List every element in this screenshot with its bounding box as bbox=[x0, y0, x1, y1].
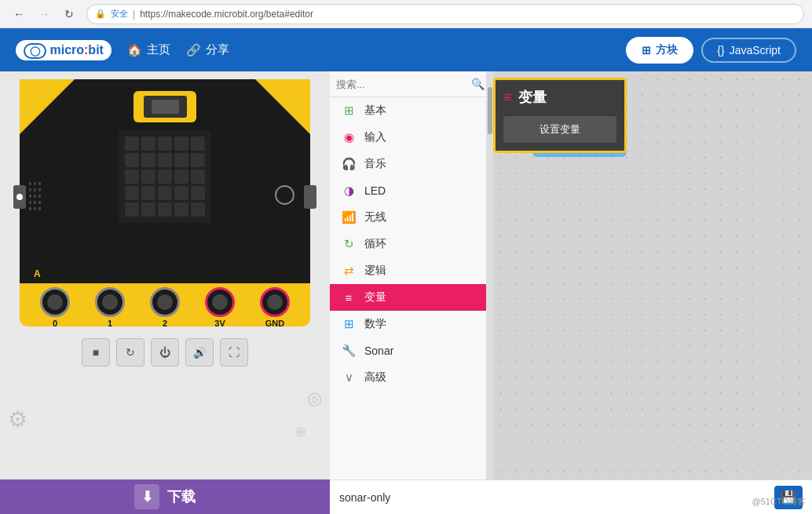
pin-3v[interactable]: 3V bbox=[205, 287, 235, 328]
bottom-area: ⬇ 下载 💾 @51CTO博客 bbox=[0, 479, 812, 514]
blocks-panel: 🔍 ⊞ 基本 ◉ 输入 🎧 音乐 ◑ bbox=[330, 71, 487, 479]
pin-gnd[interactable]: GND bbox=[260, 287, 290, 328]
block-item-input[interactable]: ◉ 输入 bbox=[330, 124, 486, 151]
nav-share[interactable]: 🔗 分享 bbox=[186, 42, 229, 57]
led-icon: ◑ bbox=[341, 184, 357, 198]
radio-label: 无线 bbox=[364, 210, 386, 224]
basic-label: 基本 bbox=[364, 104, 386, 118]
search-input[interactable] bbox=[336, 78, 468, 90]
sim-controls: ■ ↻ ⏻ 🔊 ⛶ bbox=[82, 338, 248, 366]
pin-1[interactable]: 1 bbox=[95, 287, 125, 328]
power-icon: ⏻ bbox=[159, 346, 170, 359]
music-label: 音乐 bbox=[364, 157, 386, 171]
blocks-button[interactable]: ⊞ 方块 bbox=[626, 37, 693, 64]
pin-2-label: 2 bbox=[163, 319, 167, 328]
variables-popup-container: ≡ 变量 设置变量 bbox=[487, 71, 633, 159]
download-button[interactable]: ⬇ 下载 bbox=[0, 479, 330, 514]
block-item-loops[interactable]: ↻ 循环 bbox=[330, 231, 486, 257]
button-a[interactable] bbox=[13, 185, 26, 209]
block-item-variables[interactable]: ≡ 变量 bbox=[330, 284, 486, 311]
pin-0-label: 0 bbox=[53, 319, 57, 328]
forward-button[interactable]: → bbox=[33, 3, 55, 25]
input-label: 输入 bbox=[364, 130, 386, 144]
corner-tl bbox=[20, 79, 75, 134]
lock-icon: 🔒 bbox=[95, 9, 106, 19]
block-item-music[interactable]: 🎧 音乐 bbox=[330, 151, 486, 177]
loops-label: 循环 bbox=[364, 237, 386, 251]
radio-icon: 📶 bbox=[341, 210, 357, 224]
pin-0[interactable]: 0 bbox=[40, 287, 70, 328]
logic-icon: ⇄ bbox=[341, 264, 357, 278]
deco-icon-3: ⊕ bbox=[294, 423, 306, 440]
javascript-button[interactable]: {} JavaScript bbox=[701, 38, 796, 63]
math-label: 数学 bbox=[364, 317, 386, 331]
browser-chrome: ← → ↻ 🔒 安全 | https://makecode.microbit.o… bbox=[0, 0, 812, 28]
block-item-math[interactable]: ⊞ 数学 bbox=[330, 311, 486, 337]
logo-area: ◯ micro:bit bbox=[16, 40, 112, 60]
variables-label: 变量 bbox=[364, 290, 386, 304]
block-item-sonar[interactable]: 🔧 Sonar bbox=[330, 337, 486, 364]
secure-label: 安全 bbox=[111, 8, 128, 20]
power-button[interactable]: ⏻ bbox=[151, 338, 179, 366]
advanced-icon: ∨ bbox=[341, 370, 357, 385]
main-content: A B 0 1 2 bbox=[0, 71, 812, 479]
fullscreen-icon: ⛶ bbox=[229, 346, 240, 359]
share-icon: 🔗 bbox=[186, 43, 201, 57]
address-bar[interactable]: 🔒 安全 | https://makecode.microbit.org/bet… bbox=[86, 4, 804, 24]
back-button[interactable]: ← bbox=[8, 3, 30, 25]
filename-input[interactable] bbox=[339, 491, 768, 504]
basic-icon: ⊞ bbox=[341, 104, 357, 118]
led-screen bbox=[119, 130, 211, 223]
search-bar: 🔍 bbox=[330, 71, 486, 97]
stop-button[interactable]: ■ bbox=[82, 338, 110, 366]
block-item-radio[interactable]: 📶 无线 bbox=[330, 204, 486, 231]
nav-home-label: 主页 bbox=[147, 42, 170, 57]
header-right: ⊞ 方块 {} JavaScript bbox=[626, 37, 796, 64]
restart-button[interactable]: ↻ bbox=[116, 338, 144, 366]
blocks-list: ⊞ 基本 ◉ 输入 🎧 音乐 ◑ LED bbox=[330, 97, 486, 479]
label-a: A bbox=[34, 268, 41, 279]
filename-bar: 💾 bbox=[330, 479, 812, 514]
music-icon: 🎧 bbox=[341, 157, 357, 171]
pin-1-label: 1 bbox=[108, 319, 112, 328]
download-icon: ⬇ bbox=[134, 484, 159, 509]
block-item-advanced[interactable]: ∨ 高级 bbox=[330, 364, 486, 391]
variables-popup: ≡ 变量 设置变量 bbox=[493, 78, 627, 153]
logo-icon: ◯ micro:bit bbox=[16, 40, 112, 60]
set-variable-button[interactable]: 设置变量 bbox=[503, 116, 616, 143]
nav-home[interactable]: 🏠 主页 bbox=[127, 42, 170, 57]
block-item-logic[interactable]: ⇄ 逻辑 bbox=[330, 257, 486, 284]
blocks-icon: ⊞ bbox=[642, 44, 651, 57]
header-nav: 🏠 主页 🔗 分享 bbox=[127, 42, 610, 57]
download-label: 下载 bbox=[167, 487, 196, 506]
label-b: B bbox=[289, 103, 296, 114]
fullscreen-button[interactable]: ⛶ bbox=[220, 338, 248, 366]
js-braces-icon: {} bbox=[717, 44, 724, 57]
watermark: @51CTO博客 bbox=[752, 496, 806, 508]
js-label: JavaScript bbox=[730, 44, 781, 57]
button-a-dot bbox=[16, 194, 23, 200]
popup-title: 变量 bbox=[518, 88, 547, 107]
editor-inner: 🔍 ⊞ 基本 ◉ 输入 🎧 音乐 ◑ bbox=[330, 71, 812, 479]
editor-section: 🔍 ⊞ 基本 ◉ 输入 🎧 音乐 ◑ bbox=[330, 71, 812, 479]
pin-2[interactable]: 2 bbox=[150, 287, 180, 328]
deco-icon-1: ⚙ bbox=[8, 406, 27, 432]
speaker-holes bbox=[29, 182, 42, 212]
url-text: https://makecode.microbit.org/beta#edito… bbox=[140, 9, 313, 20]
restart-icon: ↻ bbox=[126, 346, 135, 359]
compass-icon bbox=[275, 185, 294, 205]
refresh-button[interactable]: ↻ bbox=[58, 3, 80, 25]
microbit-device: A B 0 1 2 bbox=[20, 79, 310, 315]
advanced-label: 高级 bbox=[364, 370, 386, 385]
microbit-pins: 0 1 2 3V GND bbox=[20, 283, 310, 326]
volume-button[interactable]: 🔊 bbox=[185, 338, 214, 366]
button-b[interactable] bbox=[304, 185, 316, 209]
input-icon: ◉ bbox=[341, 130, 357, 144]
math-icon: ⊞ bbox=[341, 317, 357, 331]
variables-icon: ≡ bbox=[341, 291, 357, 304]
search-icon: 🔍 bbox=[471, 78, 485, 90]
home-icon: 🏠 bbox=[127, 43, 142, 57]
block-item-led[interactable]: ◑ LED bbox=[330, 177, 486, 204]
deco-icon-2: ◎ bbox=[307, 388, 322, 409]
block-item-basic[interactable]: ⊞ 基本 bbox=[330, 97, 486, 124]
